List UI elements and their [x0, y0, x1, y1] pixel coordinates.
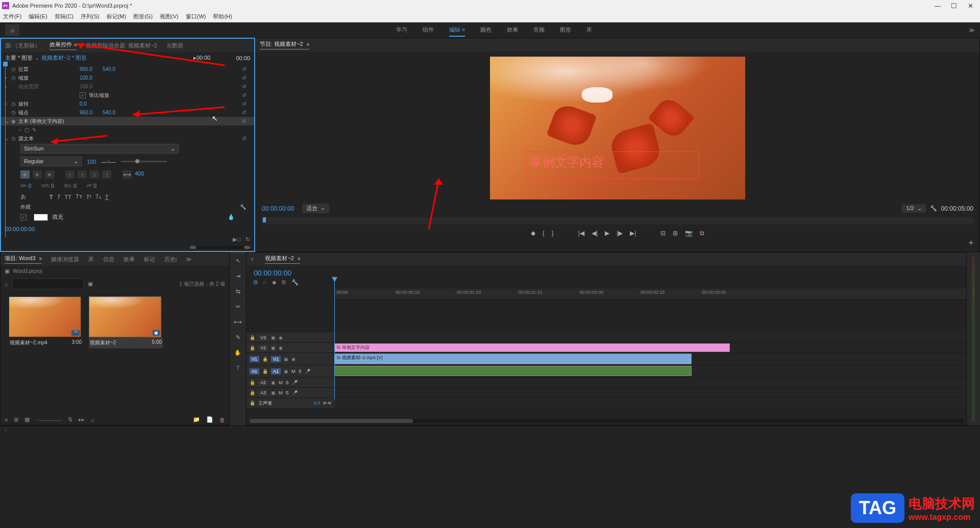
workspace-editing[interactable]: 编辑 ≡: [449, 24, 465, 37]
minimize-button[interactable]: —: [934, 2, 941, 9]
ec-loop-button[interactable]: ↻: [246, 236, 250, 243]
automate-button[interactable]: ▸▸: [79, 416, 85, 423]
wrench-icon[interactable]: 🔧: [240, 204, 246, 210]
snap-icon[interactable]: ⧉: [254, 279, 258, 286]
reset-icon[interactable]: ↺: [242, 92, 246, 98]
tracking-value[interactable]: 0: [28, 183, 31, 189]
style-tsume-icon[interactable]: あ: [20, 193, 26, 200]
program-video-preview[interactable]: 举例文字内容: [490, 57, 745, 199]
tab-sequence[interactable]: 视频素材~2 ≡: [265, 255, 300, 264]
toggle-output-icon[interactable]: ▣: [271, 380, 276, 385]
eye-icon[interactable]: ◉: [279, 345, 283, 350]
tab-media-browser[interactable]: 媒体浏览器: [51, 256, 79, 263]
font-family-dropdown[interactable]: SimSun⌄: [20, 144, 179, 154]
delete-button[interactable]: 🗑: [219, 417, 225, 423]
freeform-view-button[interactable]: ▦: [24, 416, 30, 423]
icon-view-button[interactable]: ⊞: [14, 416, 18, 423]
lock-icon[interactable]: 🔒: [262, 369, 268, 374]
master-db-value[interactable]: 0.0: [313, 400, 320, 406]
mute-button[interactable]: M: [279, 390, 283, 395]
lock-icon[interactable]: 🔒: [250, 380, 255, 385]
voice-over-icon[interactable]: 🎤: [292, 380, 298, 385]
track-header-a3[interactable]: 🔒 A3 ▣ M S 🎤: [247, 388, 334, 397]
tab-program[interactable]: 节目: 视频素材~2 ≡: [260, 40, 309, 49]
menu-file[interactable]: 文件(F): [3, 13, 21, 20]
reset-icon[interactable]: ↺: [242, 118, 246, 124]
fill-color-swatch[interactable]: [34, 214, 48, 221]
tab-effect-controls[interactable]: 效果控件≡: [50, 41, 77, 50]
reset-icon[interactable]: ↺: [242, 75, 246, 81]
track-header-a2[interactable]: 🔒 A2 ▣ M S 🎤: [247, 378, 334, 387]
maximize-button[interactable]: ☐: [950, 2, 958, 9]
ec-scrollbar[interactable]: [190, 246, 250, 249]
resolution-dropdown[interactable]: 1/2⌄: [902, 204, 925, 213]
menu-markers[interactable]: 标记(M): [107, 13, 127, 20]
stopwatch-icon[interactable]: ◷: [11, 136, 18, 141]
lock-icon[interactable]: 🔒: [262, 357, 268, 362]
mark-out-button[interactable]: }: [552, 230, 554, 237]
mask-rect-icon[interactable]: ▢: [24, 127, 29, 133]
track-name[interactable]: V3: [258, 335, 268, 341]
mute-button[interactable]: M: [291, 369, 296, 374]
prop-rotation-value[interactable]: 0.0: [80, 101, 87, 107]
sort-button[interactable]: ⇅: [68, 416, 72, 423]
source-patch[interactable]: V1: [250, 356, 259, 362]
font-size-slider[interactable]: [121, 161, 167, 162]
track-name[interactable]: V2: [258, 345, 268, 351]
solo-button[interactable]: S: [286, 380, 289, 385]
twisty-icon[interactable]: ›: [5, 84, 11, 89]
kerning-value[interactable]: 0: [51, 183, 54, 189]
font-weight-dropdown[interactable]: Regular⌄: [20, 157, 82, 166]
play-button[interactable]: ▶: [605, 230, 609, 237]
prop-position-x[interactable]: 960.0: [80, 66, 92, 72]
track-name[interactable]: V1: [271, 356, 281, 362]
column-width-value[interactable]: 400: [135, 170, 144, 179]
menu-sequence[interactable]: 序列(S): [81, 13, 100, 20]
align-right-button[interactable]: ≡: [45, 170, 54, 179]
linked-selection-icon[interactable]: ∩: [263, 279, 267, 286]
fill-checkbox[interactable]: [20, 214, 27, 220]
tab-project[interactable]: 项目: Word3 ≡: [5, 255, 42, 264]
prop-position-y[interactable]: 540.0: [103, 66, 115, 72]
menu-view[interactable]: 视图(V): [160, 13, 179, 20]
marker-icon[interactable]: ◆: [272, 279, 276, 286]
step-back-button[interactable]: ◀|: [592, 230, 598, 237]
ripple-edit-tool[interactable]: ⇆: [233, 287, 242, 296]
track-name[interactable]: A2: [258, 380, 268, 386]
style-allcaps-button[interactable]: TT: [64, 194, 71, 200]
reset-icon[interactable]: ↺: [242, 101, 246, 107]
toggle-output-icon[interactable]: ▣: [284, 357, 288, 362]
workspace-learn[interactable]: 学习: [396, 24, 407, 37]
find-button[interactable]: ⌕: [91, 417, 94, 423]
pen-tool[interactable]: ✎: [233, 333, 242, 342]
expand-icon[interactable]: ⊳⊲: [323, 400, 331, 406]
uniform-scale-checkbox[interactable]: [80, 92, 86, 98]
text-effect-label[interactable]: 文本 (举例文字内容): [18, 118, 64, 125]
fx-toggle-icon[interactable]: ◉: [11, 118, 18, 124]
workspace-libraries[interactable]: 库: [586, 24, 592, 37]
twisty-icon[interactable]: ›: [5, 101, 11, 107]
menu-window[interactable]: 窗口(W): [186, 13, 206, 20]
timeline-timecode[interactable]: 00:00:00:00: [251, 268, 332, 278]
program-timeline-ruler[interactable]: [262, 217, 973, 224]
stopwatch-icon[interactable]: ◷: [11, 101, 18, 107]
tab-libraries[interactable]: 库: [88, 256, 94, 263]
audio-clip[interactable]: [334, 366, 692, 376]
style-superscript-button[interactable]: T¹: [86, 194, 91, 200]
zoom-slider[interactable]: ○————: [36, 417, 62, 423]
ec-only-button[interactable]: ▶□: [233, 236, 240, 243]
reset-icon[interactable]: ↺: [242, 110, 246, 115]
font-size-value[interactable]: 100: [87, 159, 96, 165]
column-width-button[interactable]: ⟷: [122, 170, 132, 179]
menu-edit[interactable]: 编辑(E): [29, 13, 47, 20]
prop-scale-value[interactable]: 100.0: [80, 75, 92, 81]
track-header-v2[interactable]: 🔒 V2 ▣ ◉: [247, 343, 334, 353]
program-timecode[interactable]: 00:00:00:00: [262, 205, 294, 212]
style-smallcaps-button[interactable]: Tᴛ: [76, 193, 82, 200]
new-bin-from-search-icon[interactable]: ▣: [88, 281, 93, 287]
lock-icon[interactable]: 🔒: [250, 345, 255, 350]
list-view-button[interactable]: ≡: [5, 417, 8, 423]
lock-icon[interactable]: 🔒: [250, 335, 255, 340]
reset-icon[interactable]: ↺: [242, 66, 246, 72]
video-clip[interactable]: fx 视频素材~2.mp4 [V]: [334, 354, 692, 364]
